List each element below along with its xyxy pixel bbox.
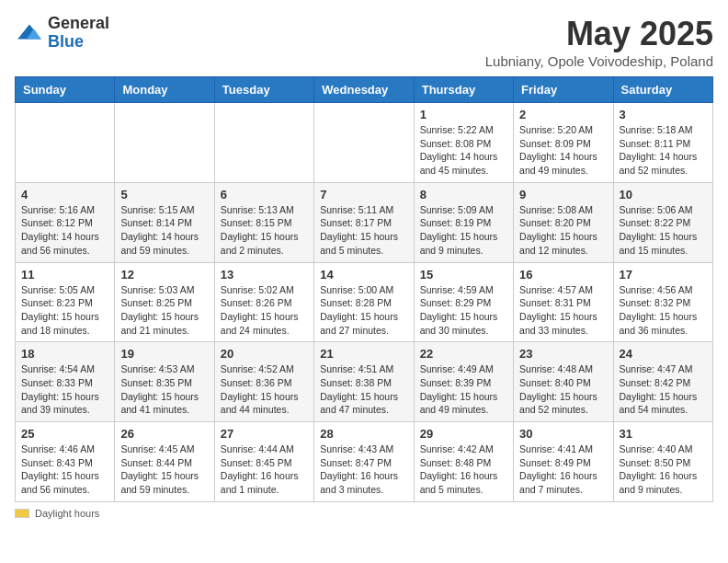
day-info: Sunrise: 4:43 AM Sunset: 8:47 PM Dayligh…	[320, 442, 407, 497]
day-info: Sunrise: 4:59 AM Sunset: 8:29 PM Dayligh…	[420, 283, 507, 338]
calendar-table: SundayMondayTuesdayWednesdayThursdayFrid…	[15, 76, 713, 502]
day-cell: 7Sunrise: 5:11 AM Sunset: 8:17 PM Daylig…	[314, 182, 414, 262]
day-number: 30	[519, 427, 607, 441]
week-row-1: 1Sunrise: 5:22 AM Sunset: 8:08 PM Daylig…	[16, 103, 713, 183]
day-number: 18	[21, 347, 108, 361]
day-number: 4	[21, 188, 108, 201]
day-cell: 24Sunrise: 4:47 AM Sunset: 8:42 PM Dayli…	[613, 342, 712, 422]
day-number: 24	[620, 347, 707, 361]
day-number: 9	[519, 188, 607, 201]
day-number: 16	[519, 268, 607, 282]
day-info: Sunrise: 5:15 AM Sunset: 8:14 PM Dayligh…	[120, 203, 208, 258]
day-cell: 22Sunrise: 4:49 AM Sunset: 8:39 PM Dayli…	[414, 342, 513, 422]
day-cell: 20Sunrise: 4:52 AM Sunset: 8:36 PM Dayli…	[214, 342, 313, 422]
day-info: Sunrise: 5:22 AM Sunset: 8:08 PM Dayligh…	[420, 123, 507, 178]
day-cell: 13Sunrise: 5:02 AM Sunset: 8:26 PM Dayli…	[214, 262, 313, 342]
day-cell: 11Sunrise: 5:05 AM Sunset: 8:23 PM Dayli…	[16, 262, 115, 342]
day-cell: 1Sunrise: 5:22 AM Sunset: 8:08 PM Daylig…	[414, 103, 513, 183]
day-cell	[115, 103, 214, 183]
header-sunday: Sunday	[16, 77, 115, 103]
day-cell: 14Sunrise: 5:00 AM Sunset: 8:28 PM Dayli…	[314, 262, 414, 342]
day-cell: 4Sunrise: 5:16 AM Sunset: 8:12 PM Daylig…	[16, 182, 115, 262]
header-wednesday: Wednesday	[314, 77, 414, 103]
day-cell: 10Sunrise: 5:06 AM Sunset: 8:22 PM Dayli…	[613, 182, 712, 262]
day-number: 8	[420, 188, 507, 201]
header-thursday: Thursday	[414, 77, 513, 103]
day-cell: 6Sunrise: 5:13 AM Sunset: 8:15 PM Daylig…	[214, 182, 313, 262]
day-number: 20	[221, 347, 308, 361]
day-cell: 30Sunrise: 4:41 AM Sunset: 8:49 PM Dayli…	[514, 422, 613, 502]
header-row: SundayMondayTuesdayWednesdayThursdayFrid…	[16, 77, 713, 103]
day-number: 2	[519, 108, 607, 121]
day-info: Sunrise: 5:18 AM Sunset: 8:11 PM Dayligh…	[620, 123, 707, 178]
day-info: Sunrise: 5:05 AM Sunset: 8:23 PM Dayligh…	[21, 283, 108, 338]
logo-icon	[15, 18, 44, 48]
logo-text: General Blue	[48, 15, 109, 52]
day-info: Sunrise: 4:49 AM Sunset: 8:39 PM Dayligh…	[420, 362, 507, 417]
logo: General Blue	[15, 15, 109, 52]
day-cell: 28Sunrise: 4:43 AM Sunset: 8:47 PM Dayli…	[314, 422, 414, 502]
day-number: 7	[320, 188, 407, 201]
day-number: 1	[420, 108, 507, 121]
day-cell: 12Sunrise: 5:03 AM Sunset: 8:25 PM Dayli…	[115, 262, 214, 342]
day-info: Sunrise: 4:53 AM Sunset: 8:35 PM Dayligh…	[120, 362, 208, 417]
day-number: 10	[620, 188, 707, 201]
day-number: 29	[420, 427, 507, 441]
day-cell: 18Sunrise: 4:54 AM Sunset: 8:33 PM Dayli…	[16, 342, 115, 422]
day-info: Sunrise: 5:00 AM Sunset: 8:28 PM Dayligh…	[320, 283, 407, 338]
week-row-3: 11Sunrise: 5:05 AM Sunset: 8:23 PM Dayli…	[16, 262, 713, 342]
day-info: Sunrise: 4:46 AM Sunset: 8:43 PM Dayligh…	[21, 442, 108, 497]
day-cell: 27Sunrise: 4:44 AM Sunset: 8:45 PM Dayli…	[214, 422, 313, 502]
day-cell: 21Sunrise: 4:51 AM Sunset: 8:38 PM Dayli…	[314, 342, 414, 422]
day-info: Sunrise: 4:41 AM Sunset: 8:49 PM Dayligh…	[519, 442, 607, 497]
day-number: 26	[120, 427, 208, 441]
header-friday: Friday	[514, 77, 613, 103]
day-cell: 17Sunrise: 4:56 AM Sunset: 8:32 PM Dayli…	[613, 262, 712, 342]
day-cell: 2Sunrise: 5:20 AM Sunset: 8:09 PM Daylig…	[514, 103, 613, 183]
day-number: 13	[221, 268, 308, 282]
header-saturday: Saturday	[613, 77, 712, 103]
day-number: 14	[320, 268, 407, 282]
day-info: Sunrise: 5:08 AM Sunset: 8:20 PM Dayligh…	[519, 203, 607, 258]
page-header: General Blue May 2025 Lubniany, Opole Vo…	[15, 15, 713, 69]
day-number: 31	[620, 427, 707, 441]
day-info: Sunrise: 4:45 AM Sunset: 8:44 PM Dayligh…	[120, 442, 208, 497]
day-info: Sunrise: 4:57 AM Sunset: 8:31 PM Dayligh…	[519, 283, 607, 338]
day-cell	[314, 103, 414, 183]
day-info: Sunrise: 5:11 AM Sunset: 8:17 PM Dayligh…	[320, 203, 407, 258]
day-info: Sunrise: 4:51 AM Sunset: 8:38 PM Dayligh…	[320, 362, 407, 417]
day-cell: 15Sunrise: 4:59 AM Sunset: 8:29 PM Dayli…	[414, 262, 513, 342]
week-row-4: 18Sunrise: 4:54 AM Sunset: 8:33 PM Dayli…	[16, 342, 713, 422]
day-info: Sunrise: 4:42 AM Sunset: 8:48 PM Dayligh…	[420, 442, 507, 497]
day-number: 23	[519, 347, 607, 361]
day-number: 22	[420, 347, 507, 361]
day-info: Sunrise: 4:52 AM Sunset: 8:36 PM Dayligh…	[221, 362, 308, 417]
day-number: 5	[120, 188, 208, 201]
day-info: Sunrise: 4:54 AM Sunset: 8:33 PM Dayligh…	[21, 362, 108, 417]
header-monday: Monday	[115, 77, 214, 103]
day-cell: 5Sunrise: 5:15 AM Sunset: 8:14 PM Daylig…	[115, 182, 214, 262]
day-cell: 26Sunrise: 4:45 AM Sunset: 8:44 PM Dayli…	[115, 422, 214, 502]
day-info: Sunrise: 5:20 AM Sunset: 8:09 PM Dayligh…	[519, 123, 607, 178]
day-cell: 23Sunrise: 4:48 AM Sunset: 8:40 PM Dayli…	[514, 342, 613, 422]
day-info: Sunrise: 4:44 AM Sunset: 8:45 PM Dayligh…	[221, 442, 308, 497]
day-info: Sunrise: 4:47 AM Sunset: 8:42 PM Dayligh…	[620, 362, 707, 417]
day-cell: 31Sunrise: 4:40 AM Sunset: 8:50 PM Dayli…	[613, 422, 712, 502]
day-number: 27	[221, 427, 308, 441]
day-info: Sunrise: 5:03 AM Sunset: 8:25 PM Dayligh…	[120, 283, 208, 338]
day-number: 3	[620, 108, 707, 121]
day-cell: 8Sunrise: 5:09 AM Sunset: 8:19 PM Daylig…	[414, 182, 513, 262]
day-cell: 25Sunrise: 4:46 AM Sunset: 8:43 PM Dayli…	[16, 422, 115, 502]
week-row-5: 25Sunrise: 4:46 AM Sunset: 8:43 PM Dayli…	[16, 422, 713, 502]
day-info: Sunrise: 5:13 AM Sunset: 8:15 PM Dayligh…	[221, 203, 308, 258]
day-info: Sunrise: 5:09 AM Sunset: 8:19 PM Dayligh…	[420, 203, 507, 258]
day-cell: 3Sunrise: 5:18 AM Sunset: 8:11 PM Daylig…	[613, 103, 712, 183]
day-number: 21	[320, 347, 407, 361]
day-cell	[16, 103, 115, 183]
day-number: 19	[120, 347, 208, 361]
daylight-bar-icon	[15, 509, 29, 518]
day-info: Sunrise: 5:02 AM Sunset: 8:26 PM Dayligh…	[221, 283, 308, 338]
day-cell: 19Sunrise: 4:53 AM Sunset: 8:35 PM Dayli…	[115, 342, 214, 422]
day-info: Sunrise: 4:56 AM Sunset: 8:32 PM Dayligh…	[620, 283, 707, 338]
day-cell: 16Sunrise: 4:57 AM Sunset: 8:31 PM Dayli…	[514, 262, 613, 342]
